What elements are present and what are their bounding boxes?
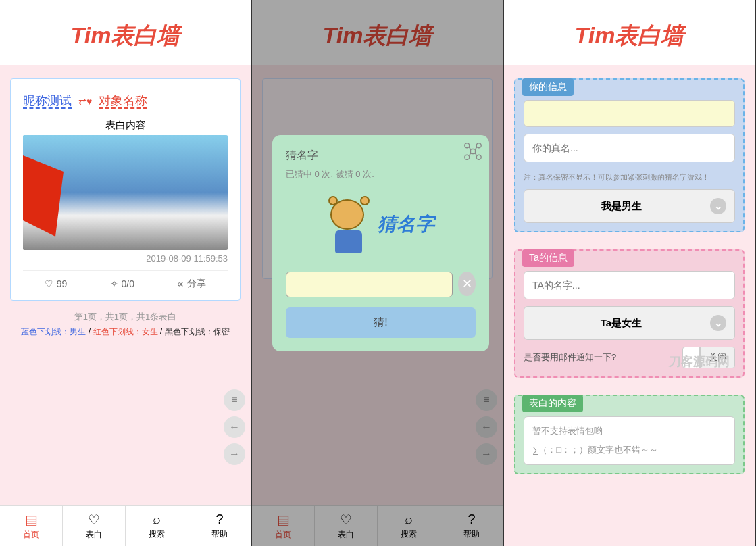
ta-info-section: Ta的信息 Ta是女生 ⌄ 是否要用邮件通知一下? 关闭 刀客源码网 [514, 249, 745, 378]
names-row: 昵称测试 ⇄♥ 对象名称 [23, 93, 228, 109]
heart-outline-icon: ♡ [45, 278, 53, 289]
back-float-button[interactable]: ← [224, 416, 245, 438]
guess-input[interactable] [286, 272, 453, 297]
svg-line-7 [469, 153, 472, 156]
section-title: Ta的信息 [522, 249, 574, 267]
gender-self-select[interactable]: 我是男生 ⌄ [524, 189, 735, 223]
clear-button[interactable]: ✕ [458, 272, 476, 296]
popup-logo-text: 猜名字 [378, 212, 434, 237]
svg-point-0 [465, 143, 470, 148]
popup-title: 猜名字 [286, 149, 476, 163]
name-from[interactable]: 昵称测试 [23, 94, 72, 109]
svg-rect-4 [471, 149, 476, 154]
email-question: 是否要用邮件通知一下? [524, 351, 616, 364]
flag-graphic [23, 155, 64, 237]
app-title: Tim表白墙 [0, 20, 251, 51]
popup-input-row: ⌕ ✕ [286, 272, 476, 297]
search-icon: ⌕ [126, 512, 188, 527]
content-textarea[interactable]: 暂不支持表情包哟 ∑（：□：；）颜文字也不错～～ [524, 416, 735, 465]
gender-ta-select[interactable]: Ta是女生 ⌄ [524, 306, 735, 340]
panel-guess: Tim表白墙 蓝色下划线：男生 / 红色下划线：女生 / 黑色下划线：保密 ≡ … [252, 0, 504, 546]
guess-popup: 猜名字 已猜中 0 次, 被猜 0 次. 猜名字 ⌕ ✕ 猜! [272, 135, 489, 351]
realname-hint: 注：真名保密不显示！可以参加紧张刺激的猜名字游戏！ [524, 172, 735, 182]
list-icon: ▤ [0, 512, 62, 528]
close-button[interactable] [463, 142, 482, 164]
menu-float-button[interactable]: ≡ [224, 389, 245, 411]
panel-home: Tim表白墙 昵称测试 ⇄♥ 对象名称 表白内容 2019-08-09 11:5… [0, 0, 252, 546]
content-section: 表白的内容 暂不支持表情包哟 ∑（：□：；）颜文字也不错～～ [514, 395, 745, 474]
heart-icon: ⇄♥ [78, 96, 92, 107]
forward-float-button[interactable]: → [224, 443, 245, 465]
svg-line-5 [469, 147, 472, 150]
content-area: 你的信息 注：真名保密不显示！可以参加紧张刺激的猜名字游戏！ 我是男生 ⌄ Ta… [504, 65, 755, 546]
nickname-input[interactable] [524, 100, 735, 127]
float-buttons: ≡ ← → [224, 389, 245, 465]
drone-close-icon [463, 142, 482, 161]
your-info-section: 你的信息 注：真名保密不显示！可以参加紧张刺激的猜名字游戏！ 我是男生 ⌄ [514, 78, 745, 232]
search-input-wrapper: ⌕ [286, 272, 453, 297]
pagination-info: 第1页，共1页，共1条表白 [10, 311, 241, 323]
guess-button[interactable]: 猜! [286, 307, 476, 338]
nav-help[interactable]: ?帮助 [188, 506, 251, 546]
content-label: 表白内容 [23, 119, 228, 132]
nav-home[interactable]: ▤首页 [0, 506, 63, 546]
nav-confess[interactable]: ♡表白 [63, 506, 126, 546]
popup-illustration: 猜名字 [313, 191, 449, 258]
svg-point-2 [465, 155, 470, 159]
share-icon: ∝ [177, 278, 184, 289]
confession-card: 昵称测试 ⇄♥ 对象名称 表白内容 2019-08-09 11:59:53 ♡9… [10, 78, 241, 301]
header: Tim表白墙 [504, 0, 755, 65]
timestamp: 2019-08-09 11:59:53 [23, 253, 228, 264]
like-button[interactable]: ♡99 [45, 278, 68, 290]
post-image[interactable] [23, 135, 228, 250]
puzzle-icon: ✧ [110, 278, 118, 289]
svg-line-8 [475, 153, 478, 156]
bottom-nav: ▤首页 ♡表白 ⌕搜索 ?帮助 [0, 505, 251, 546]
section-title: 表白的内容 [522, 395, 583, 412]
realname-input[interactable] [524, 134, 735, 162]
app-title: Tim表白墙 [504, 20, 755, 51]
watermark: 刀客源码网 [669, 353, 730, 370]
section-title: 你的信息 [522, 78, 574, 96]
svg-line-6 [475, 147, 478, 150]
popup-stats: 已猜中 0 次, 被猜 0 次. [286, 168, 476, 180]
ta-name-input[interactable] [524, 271, 735, 299]
heart-icon: ♡ [63, 512, 125, 528]
svg-point-3 [476, 155, 481, 159]
nav-search[interactable]: ⌕搜索 [126, 506, 188, 546]
share-button[interactable]: ∝分享 [177, 278, 206, 290]
chevron-down-icon: ⌄ [710, 198, 726, 214]
name-to[interactable]: 对象名称 [99, 94, 147, 109]
bear-icon [327, 196, 371, 253]
comment-button[interactable]: ✧0/0 [110, 278, 134, 290]
header: Tim表白墙 [0, 0, 251, 65]
help-icon: ? [188, 512, 251, 527]
content-area: 昵称测试 ⇄♥ 对象名称 表白内容 2019-08-09 11:59:53 ♡9… [0, 65, 251, 505]
chevron-down-icon: ⌄ [710, 315, 726, 331]
color-legend: 蓝色下划线：男生 / 红色下划线：女生 / 黑色下划线：保密 [10, 326, 241, 338]
svg-point-1 [476, 143, 481, 148]
action-bar: ♡99 ✧0/0 ∝分享 [23, 270, 228, 290]
panel-form: Tim表白墙 你的信息 注：真名保密不显示！可以参加紧张刺激的猜名字游戏！ 我是… [504, 0, 756, 546]
